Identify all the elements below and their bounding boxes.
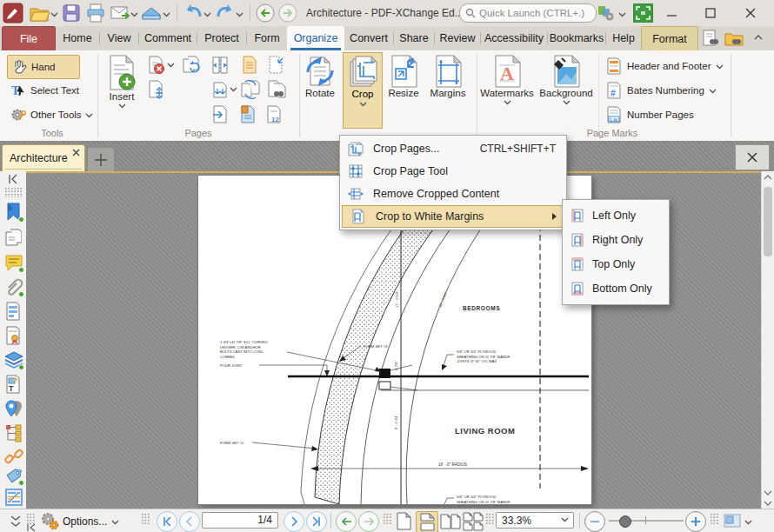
new-tab-button[interactable] (87, 147, 115, 173)
open-file-button[interactable] (29, 3, 50, 23)
zoom-in-button[interactable] (685, 511, 706, 532)
page-number-input[interactable]: 1/4 (202, 512, 278, 529)
menu-item-crop-pages[interactable]: Crop Pages... CTRL+SHIFT+T (340, 137, 566, 160)
submenu-item-left-only[interactable]: Left Only (563, 203, 669, 228)
zoom-slider-thumb[interactable] (619, 515, 631, 528)
tab-comment[interactable]: Comment (139, 26, 197, 50)
toolbar-drag-handle[interactable] (141, 513, 150, 524)
resize-pages-button[interactable]: Resize (384, 53, 424, 98)
find-in-folder-icon[interactable] (724, 29, 744, 48)
fields-panel-icon[interactable] (4, 302, 22, 319)
reverse-pages-chevron[interactable] (230, 85, 237, 93)
submenu-item-top-only[interactable]: Top Only (563, 252, 669, 276)
toolbar-drag-handle[interactable] (710, 513, 719, 524)
insert-pages-button[interactable]: Insert (102, 53, 142, 110)
history-back-button[interactable] (256, 3, 277, 24)
move-pages-icon[interactable] (146, 80, 165, 99)
tab-convert[interactable]: Convert (344, 26, 393, 50)
ui-options-chevron[interactable] (618, 10, 626, 18)
tab-home[interactable]: Home (56, 26, 99, 50)
reverse-pages-icon[interactable] (210, 80, 230, 99)
zoom-out-button[interactable] (584, 511, 605, 532)
zoom-level-select[interactable]: 33.3% (496, 512, 574, 529)
collapse-ribbon-chevron[interactable] (753, 33, 764, 42)
scan-button[interactable] (141, 3, 162, 23)
toolbar-drag-handle[interactable] (383, 513, 392, 524)
content-panel-icon[interactable]: T (4, 375, 22, 392)
merge-pages-icon[interactable] (210, 105, 230, 124)
margins-button[interactable]: Margins (425, 53, 470, 98)
ui-options-icon[interactable] (597, 3, 617, 24)
other-tools-button[interactable]: Other Tools (7, 103, 108, 126)
two-page-layout-button[interactable] (440, 511, 461, 531)
history-forward-button[interactable] (278, 3, 299, 24)
menu-item-crop-page-tool[interactable]: Crop Page Tool (340, 160, 566, 183)
scroll-down-icon[interactable] (764, 489, 772, 496)
tab-organize[interactable]: Organize (287, 26, 344, 50)
scan-chevron[interactable] (163, 10, 170, 18)
swap-pages-icon[interactable] (240, 80, 259, 99)
tab-bookmarks[interactable]: Bookmarks (548, 26, 605, 50)
pan-zoom-tool-icon[interactable] (724, 514, 741, 528)
single-page-layout-button[interactable] (393, 511, 414, 531)
sidebar-drag-handle[interactable] (4, 187, 23, 197)
scroll-up-icon[interactable] (764, 174, 772, 181)
last-page-button[interactable] (306, 511, 327, 532)
undo-chevron[interactable] (204, 10, 211, 18)
options-button[interactable]: Options... (63, 515, 107, 528)
email-button[interactable] (110, 3, 130, 23)
submenu-item-bottom-only[interactable]: Bottom Only (563, 276, 669, 301)
hand-tool-button[interactable]: Hand (7, 55, 80, 79)
previous-page-button[interactable] (179, 511, 200, 532)
extract-pages-icon[interactable] (240, 56, 259, 75)
signatures-panel-icon[interactable] (4, 326, 22, 343)
structure-panel-icon[interactable] (4, 423, 22, 441)
number-pages-small-icon[interactable]: 12 (264, 105, 284, 124)
duplicate-pages-icon[interactable] (181, 56, 200, 75)
quick-launch-input[interactable]: Quick Launch (CTRL+.) (459, 3, 597, 23)
number-pages-button[interactable]: 1.N Number Pages (602, 103, 697, 126)
status-gears-icon[interactable] (40, 512, 61, 531)
tab-file[interactable]: File (2, 26, 56, 50)
print-button[interactable] (85, 3, 106, 23)
continuous-layout-button[interactable] (416, 511, 438, 532)
menu-item-remove-cropped-content[interactable]: Remove Cropped Content (340, 183, 566, 205)
scrollbar-thumb[interactable] (764, 187, 772, 256)
tab-accessibility[interactable]: Accessibility (481, 26, 547, 50)
tab-format[interactable]: Format (641, 26, 698, 50)
email-chevron[interactable] (130, 10, 138, 18)
toolbar-collapse-icon[interactable] (26, 524, 37, 532)
save-button[interactable] (61, 3, 82, 23)
destinations-panel-icon[interactable] (4, 399, 22, 416)
tab-form[interactable]: Form (247, 26, 287, 50)
first-page-button[interactable] (157, 511, 177, 532)
undo-button[interactable] (183, 3, 204, 23)
tab-share[interactable]: Share (394, 26, 434, 50)
links-panel-icon[interactable] (4, 448, 22, 465)
tab-view[interactable]: View (100, 26, 138, 50)
open-file-chevron[interactable] (50, 10, 58, 18)
tab-review[interactable]: Review (435, 26, 480, 50)
minimize-button[interactable] (657, 0, 687, 25)
crop-pages-small-icon[interactable] (266, 56, 285, 75)
select-text-button[interactable]: T Select Text (7, 79, 97, 102)
find-pages-icon[interactable] (266, 80, 285, 99)
scroll-next-view-icon[interactable] (764, 500, 772, 507)
options-chevron[interactable] (111, 519, 119, 527)
next-page-button[interactable] (284, 511, 304, 532)
crop-pages-button[interactable]: Crop (343, 52, 383, 129)
delete-pages-icon[interactable] (146, 56, 165, 75)
background-button[interactable]: Background (537, 53, 596, 107)
watermarks-button[interactable]: A Watermarks (479, 53, 535, 107)
bates-numbering-button[interactable]: # Bates Numbering (602, 79, 720, 102)
order-panel-icon[interactable] (4, 488, 22, 505)
tab-help[interactable]: Help (606, 26, 641, 50)
collapse-panel-chevrons-icon[interactable] (9, 515, 23, 529)
redo-button[interactable] (215, 3, 236, 23)
next-view-button[interactable] (358, 511, 379, 532)
toolbar-drag-handle[interactable] (485, 513, 495, 524)
replace-pages-icon[interactable] (238, 105, 257, 124)
close-button[interactable] (736, 0, 765, 25)
tab-protect[interactable]: Protect (197, 26, 246, 50)
split-pages-icon[interactable] (210, 56, 230, 75)
